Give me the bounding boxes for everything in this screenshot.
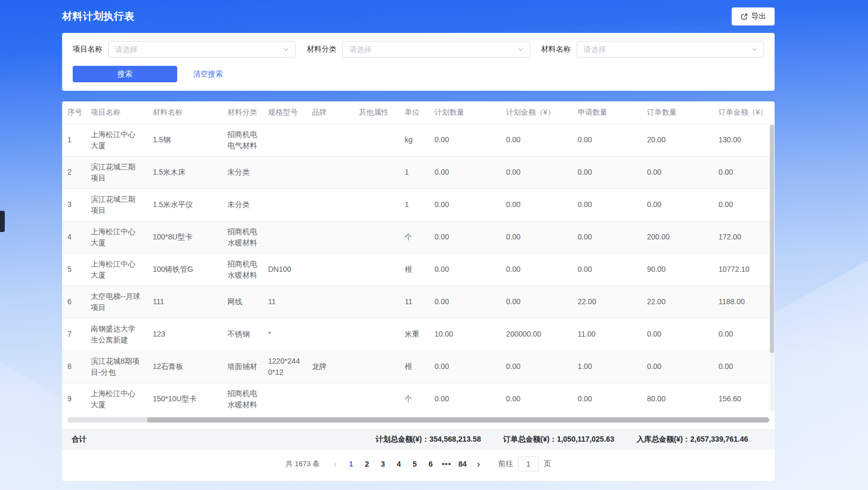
- table-row[interactable]: 5上海松江中心大厦100铸铁管G招商机电水暖材料DN100根0.000.000.…: [62, 253, 775, 286]
- table-cell: 0.00: [501, 188, 572, 221]
- table-cell: 0.00: [713, 188, 775, 221]
- table-cell: 22.00: [641, 286, 713, 318]
- pagination-page-3[interactable]: 3: [375, 456, 391, 472]
- table-cell: 1188.00: [713, 286, 775, 318]
- table-cell: [307, 318, 354, 350]
- table-cell: 滨江花城8期项目-分包: [85, 350, 147, 383]
- table-cell: 111: [147, 286, 222, 318]
- table-cell: 0.00: [429, 156, 501, 188]
- table-row[interactable]: 2滨江花城三期项目1.5米木床未分类10.000.000.000.000.00: [62, 156, 775, 188]
- project-name-select[interactable]: [108, 41, 296, 58]
- material-category-select-input[interactable]: [348, 45, 516, 54]
- table-cell: [353, 383, 400, 415]
- table-cell: 0.00: [641, 156, 713, 188]
- table-cell: [307, 156, 354, 188]
- pagination-page-5[interactable]: 5: [407, 456, 423, 472]
- table-cell: 2: [62, 156, 85, 188]
- export-button[interactable]: 导出: [732, 7, 775, 25]
- table-cell: 招商机电水暖材料: [222, 383, 263, 415]
- table-cell: [307, 253, 354, 286]
- export-icon: [740, 13, 748, 21]
- material-category-select[interactable]: [342, 41, 530, 58]
- table-cell: *: [263, 318, 306, 350]
- table-cell: 个: [400, 221, 429, 253]
- table-cell: 100*8U型卡: [147, 221, 222, 253]
- top-header: 材料计划执行表 导出: [0, 0, 868, 33]
- table-cell: 100铸铁管G: [147, 253, 222, 286]
- table-cell: [307, 124, 354, 156]
- side-drawer-handle[interactable]: [0, 211, 5, 232]
- table-row[interactable]: 4上海松江中心大厦100*8U型卡招商机电水暖材料个0.000.000.0020…: [62, 221, 775, 253]
- column-header: 订单金额（¥）: [713, 101, 775, 124]
- pagination-next-icon[interactable]: ›: [471, 456, 487, 472]
- table-cell: 1.5钢: [147, 124, 222, 156]
- vertical-scrollbar-thumb[interactable]: [770, 125, 774, 353]
- table-cell: [263, 156, 306, 188]
- horizontal-scrollbar-thumb[interactable]: [147, 417, 769, 423]
- table-row[interactable]: 9上海松江中心大厦150*10U型卡招商机电水暖材料个0.000.000.008…: [62, 383, 775, 415]
- table-cell: [307, 188, 354, 221]
- table-cell: 0.00: [572, 188, 642, 221]
- table-row[interactable]: 8滨江花城8期项目-分包12石膏板墙面辅材1220*2440*12龙牌根0.00…: [62, 350, 775, 383]
- table-cell: [353, 253, 400, 286]
- material-name-select-input[interactable]: [583, 45, 751, 54]
- column-header: 申请数量: [572, 101, 642, 124]
- table-cell: DN100: [263, 253, 306, 286]
- table-cell: [263, 383, 306, 415]
- column-header: 订单数量: [641, 101, 713, 124]
- table-cell: 0.00: [501, 253, 572, 286]
- pagination: 共 1673 条 ‹ 123456•••84 › 前往 页: [62, 450, 775, 478]
- table-cell: 0.00: [713, 318, 775, 350]
- pagination-page-4[interactable]: 4: [391, 456, 407, 472]
- table-cell: 22.00: [572, 286, 642, 318]
- table-cell: 123: [147, 318, 222, 350]
- column-header: 材料分类: [222, 101, 263, 124]
- table-cell: [353, 350, 400, 383]
- table-cell: [307, 221, 354, 253]
- pagination-page-84[interactable]: 84: [455, 456, 471, 472]
- pagination-page-1[interactable]: 1: [343, 456, 359, 472]
- table-cell: 招商机电水暖材料: [222, 221, 263, 253]
- table-cell: 8: [62, 350, 85, 383]
- pagination-ellipsis-icon[interactable]: •••: [439, 456, 455, 472]
- table-cell: 150*10U型卡: [147, 383, 222, 415]
- table-cell: 5: [62, 253, 85, 286]
- table-header-row: 序号 项目名称 材料名称 材料分类 规格型号 品牌 其他属性 单位 计划数量 计…: [62, 101, 775, 124]
- table-cell: [307, 286, 354, 318]
- horizontal-scrollbar[interactable]: [67, 417, 769, 423]
- project-name-select-input[interactable]: [114, 45, 282, 54]
- table-cell: 根: [400, 253, 429, 286]
- pagination-page-2[interactable]: 2: [359, 456, 375, 472]
- table-row[interactable]: 6太空电梯--月球项目111网线11110.000.0022.0022.0011…: [62, 286, 775, 318]
- table-cell: 0.00: [713, 350, 775, 383]
- chevron-down-icon: [751, 46, 758, 53]
- table-cell: 1: [400, 188, 429, 221]
- table-cell: 11: [400, 286, 429, 318]
- table-cell: 0.00: [501, 124, 572, 156]
- pagination-prev-icon[interactable]: ‹: [327, 456, 343, 472]
- page-title: 材料计划执行表: [62, 10, 135, 23]
- table-cell: 1.00: [572, 350, 642, 383]
- material-name-select[interactable]: [577, 41, 764, 58]
- pagination-page-6[interactable]: 6: [423, 456, 439, 472]
- table-cell: 0.00: [641, 188, 713, 221]
- table-cell: 200000.00: [501, 318, 572, 350]
- table-row[interactable]: 1上海松江中心大厦1.5钢招商机电电气材料kg0.000.000.0020.00…: [62, 124, 775, 156]
- goto-page-input[interactable]: [518, 457, 539, 471]
- table-row[interactable]: 3滨江花城三期项目1.5米水平仪未分类10.000.000.000.000.00: [62, 188, 775, 221]
- search-button[interactable]: 搜索: [73, 66, 177, 82]
- vertical-scrollbar[interactable]: [770, 125, 774, 411]
- table-cell: 10.00: [429, 318, 501, 350]
- table-cell: 0.00: [429, 383, 501, 415]
- table-cell: [353, 221, 400, 253]
- order-total-amount: 订单总金额(¥)：1,050,117,025.63: [504, 435, 614, 444]
- chevron-down-icon: [282, 46, 290, 53]
- filter-label: 材料名称: [541, 45, 571, 54]
- table-cell: 0.00: [429, 188, 501, 221]
- table-cell: 南钢盛达大学生公寓新建: [85, 318, 147, 350]
- column-header: 计划金额（¥）: [501, 101, 572, 124]
- table-row[interactable]: 7南钢盛达大学生公寓新建123不锈钢*米重10.00200000.0011.00…: [62, 318, 775, 350]
- filter-group-material-category: 材料分类: [307, 41, 530, 58]
- clear-search-button[interactable]: 清空搜索: [190, 69, 226, 80]
- table-cell: 0.00: [641, 350, 713, 383]
